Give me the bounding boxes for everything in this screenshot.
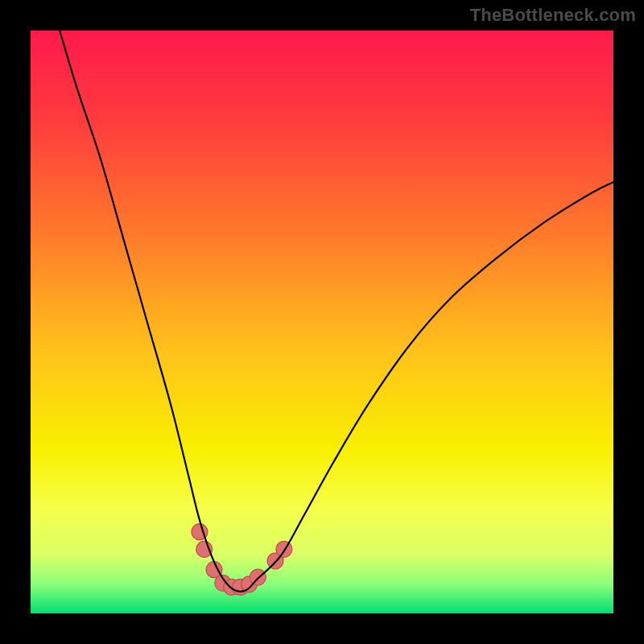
chart-svg bbox=[31, 31, 613, 613]
chart-frame: TheBottleneck.com bbox=[0, 0, 644, 644]
plot-area bbox=[31, 31, 613, 613]
watermark-text: TheBottleneck.com bbox=[470, 5, 636, 26]
bottleneck-curve bbox=[60, 31, 613, 592]
